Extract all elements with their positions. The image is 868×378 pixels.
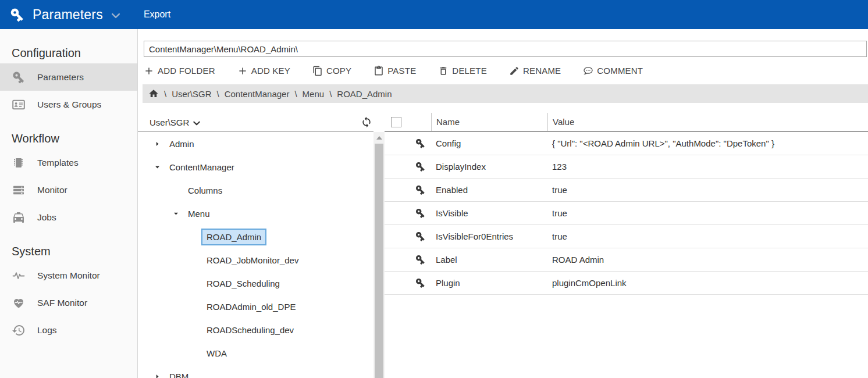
tree-item[interactable]: ROADAdmin_old_DPE: [138, 295, 373, 318]
param-name: Config: [431, 138, 547, 148]
sidebar-item-users-groups[interactable]: Users & Groups: [0, 91, 137, 118]
tree-item[interactable]: DBM: [138, 365, 373, 378]
scroll-up-button[interactable]: [376, 136, 382, 140]
select-all-checkbox[interactable]: [391, 117, 401, 127]
comment-button[interactable]: COMMENT: [583, 66, 643, 76]
breadcrumb-contentmanager[interactable]: ContentManager: [225, 89, 290, 99]
breadcrumb-separator: \: [294, 89, 297, 99]
trash-icon: [438, 66, 449, 76]
breadcrumb-menu[interactable]: Menu: [303, 89, 325, 99]
table-row[interactable]: Plugin pluginCmOpenLink: [385, 272, 868, 295]
refresh-icon[interactable]: [361, 116, 372, 128]
key-icon: [415, 184, 426, 195]
pencil-icon: [509, 66, 520, 76]
chip-icon: [12, 156, 26, 170]
section-heading-system: System: [12, 245, 137, 258]
collapse-arrow-icon[interactable]: [154, 164, 161, 170]
sidebar-item-label: Users & Groups: [37, 99, 101, 110]
expand-arrow-icon[interactable]: [154, 141, 161, 147]
table-row[interactable]: DisplayIndex 123: [385, 155, 868, 179]
tree-item[interactable]: ROAD_Scheduling: [138, 272, 373, 295]
rename-button[interactable]: RENAME: [509, 66, 561, 76]
add-folder-button[interactable]: ADD FOLDER: [144, 66, 215, 76]
tree: Admin ContentManager Columns Menu ROAD_A…: [138, 132, 373, 378]
sidebar-item-parameters[interactable]: Parameters: [0, 63, 137, 91]
param-name: IsVisible: [431, 208, 547, 218]
table-row[interactable]: IsVisible true: [385, 202, 868, 225]
tree-item-label: Admin: [164, 135, 200, 152]
tree-item-label: Columns: [183, 182, 227, 199]
title-chevron-down-icon[interactable]: [110, 10, 122, 22]
sidebar-item-logs[interactable]: Logs: [0, 316, 137, 344]
expander[interactable]: [154, 141, 161, 147]
id-card-icon: [12, 98, 26, 112]
expander[interactable]: [154, 373, 161, 378]
tree-item[interactable]: WDA: [138, 341, 373, 365]
section-heading-workflow: Workflow: [12, 132, 137, 145]
sidebar-item-jobs[interactable]: Jobs: [0, 204, 137, 231]
heart-pulse-icon: [12, 296, 26, 310]
table-row[interactable]: IsVisibleFor0Entries true: [385, 225, 868, 248]
table-row[interactable]: Enabled true: [385, 179, 868, 202]
tree-item[interactable]: ROADScheduling_dev: [138, 318, 373, 341]
home-icon[interactable]: [148, 88, 159, 99]
app-title: Parameters: [33, 7, 103, 23]
copy-button[interactable]: COPY: [312, 66, 351, 76]
tree-root-dropdown[interactable]: User\SGR: [150, 117, 189, 127]
sidebar-item-system-monitor[interactable]: System Monitor: [0, 262, 137, 289]
key-logo-icon: [9, 7, 25, 23]
breadcrumb-road-admin[interactable]: ROAD_Admin: [337, 89, 392, 99]
param-name: Enabled: [431, 185, 547, 195]
tree-item[interactable]: Columns: [138, 179, 373, 202]
breadcrumb: \ User\SGR \ ContentManager \ Menu \ ROA…: [143, 84, 868, 103]
chevron-down-icon[interactable]: [192, 119, 201, 128]
column-header-name: Name: [431, 113, 547, 131]
table-body: Config { "Url": "<ROAD Admin URL>", "Aut…: [385, 132, 868, 378]
expander[interactable]: [154, 164, 161, 170]
path-input[interactable]: [144, 41, 867, 57]
tree-item-label: ROAD_Admin: [201, 229, 266, 245]
breadcrumb-separator: \: [217, 89, 219, 99]
tree-item-label: ROADAdmin_old_DPE: [201, 298, 301, 315]
export-menu-item[interactable]: Export: [144, 9, 170, 20]
breadcrumb-separator: \: [329, 89, 332, 99]
param-value: ROAD Admin: [547, 255, 868, 265]
sidebar-item-label: Logs: [37, 325, 57, 336]
column-header-value: Value: [547, 113, 868, 131]
sidebar: Configuration Parameters Users & Groups …: [0, 29, 138, 378]
expander[interactable]: [173, 211, 180, 217]
sidebar-item-monitor[interactable]: Monitor: [0, 176, 137, 204]
main-content: ADD FOLDER ADD KEY COPY PASTE DELETE: [138, 29, 868, 378]
plus-icon: [237, 66, 248, 76]
key-icon: [415, 231, 426, 242]
key-icon: [415, 254, 426, 265]
taxi-icon: [12, 211, 26, 224]
key-icon: [415, 208, 426, 219]
delete-button[interactable]: DELETE: [438, 66, 487, 76]
tree-item-label: DBM: [164, 368, 194, 378]
breadcrumb-user-sgr[interactable]: User\SGR: [172, 89, 211, 99]
tree-item[interactable]: ROAD_Admin: [138, 225, 373, 248]
toolbar: ADD FOLDER ADD KEY COPY PASTE DELETE: [138, 57, 868, 84]
server-stack-icon: [12, 183, 26, 197]
tree-item[interactable]: Menu: [138, 202, 373, 225]
tree-item-label: ContentManager: [164, 159, 240, 176]
tree-scrollbar[interactable]: [373, 132, 385, 378]
tree-item-label: ROAD_Scheduling: [201, 275, 285, 292]
table-row[interactable]: Config { "Url": "<ROAD Admin URL>", "Aut…: [385, 132, 868, 155]
expand-arrow-icon[interactable]: [154, 373, 161, 378]
comment-icon: [583, 66, 593, 76]
sidebar-item-label: System Monitor: [37, 270, 100, 281]
button-label: RENAME: [523, 66, 561, 76]
paste-button[interactable]: PASTE: [373, 66, 416, 76]
add-key-button[interactable]: ADD KEY: [237, 66, 290, 76]
tree-item[interactable]: ContentManager: [138, 155, 373, 179]
tree-item[interactable]: Admin: [138, 132, 373, 155]
sidebar-item-templates[interactable]: Templates: [0, 149, 137, 176]
collapse-arrow-icon[interactable]: [173, 211, 179, 217]
tree-item[interactable]: ROAD_JobMonitor_dev: [138, 248, 373, 272]
table-row[interactable]: Label ROAD Admin: [385, 248, 868, 272]
tree-item-label: WDA: [201, 345, 232, 362]
scrollbar-thumb[interactable]: [375, 144, 383, 378]
sidebar-item-saf-monitor[interactable]: SAF Monitor: [0, 289, 137, 316]
